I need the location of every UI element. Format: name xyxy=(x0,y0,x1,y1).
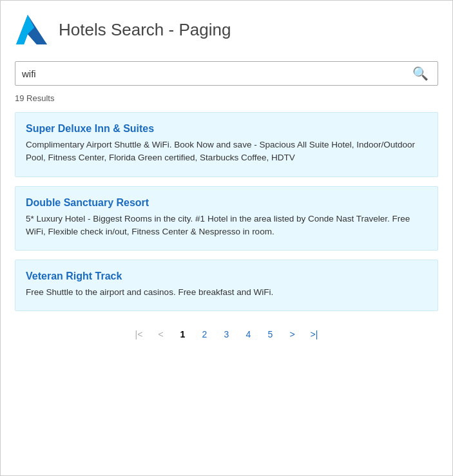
pagination-page-4[interactable]: 4 xyxy=(240,325,258,343)
pagination-first[interactable]: |< xyxy=(130,325,148,343)
result-card-veteran-right-track: Veteran Right Track Free Shuttle to the … xyxy=(15,260,438,311)
result-card-double-sanctuary: Double Sanctuary Resort 5* Luxury Hotel … xyxy=(15,186,438,251)
search-input[interactable] xyxy=(22,68,410,79)
search-bar: 🔍 xyxy=(15,61,438,86)
result-desc-veteran-right-track: Free Shuttle to the airport and casinos.… xyxy=(26,286,427,299)
app-header: Hotels Search - Paging xyxy=(15,12,438,47)
result-title-veteran-right-track[interactable]: Veteran Right Track xyxy=(26,271,427,282)
pagination-page-5[interactable]: 5 xyxy=(262,325,280,343)
search-icon: 🔍 xyxy=(412,66,429,81)
pagination-last[interactable]: >| xyxy=(305,325,323,343)
pagination-page-2[interactable]: 2 xyxy=(196,325,214,343)
pagination-prev[interactable]: < xyxy=(152,325,170,343)
results-count: 19 Results xyxy=(15,93,438,103)
svg-marker-1 xyxy=(16,15,34,44)
pagination-page-1[interactable]: 1 xyxy=(174,325,192,343)
pagination-next[interactable]: > xyxy=(284,325,302,343)
page-title: Hotels Search - Paging xyxy=(59,20,231,40)
result-desc-double-sanctuary: 5* Luxury Hotel - Biggest Rooms in the c… xyxy=(26,213,427,239)
result-title-double-sanctuary[interactable]: Double Sanctuary Resort xyxy=(26,197,427,209)
result-card-super-deluxe: Super Deluxe Inn & Suites Complimentary … xyxy=(15,112,438,177)
azure-logo-icon xyxy=(15,12,50,47)
result-desc-super-deluxe: Complimentary Airport Shuttle & WiFi. Bo… xyxy=(26,138,427,165)
pagination-page-3[interactable]: 3 xyxy=(218,325,236,343)
pagination: |< < 1 2 3 4 5 > >| xyxy=(15,325,438,350)
search-button[interactable]: 🔍 xyxy=(410,66,431,81)
result-title-super-deluxe[interactable]: Super Deluxe Inn & Suites xyxy=(26,123,427,135)
results-list: Super Deluxe Inn & Suites Complimentary … xyxy=(15,112,438,311)
